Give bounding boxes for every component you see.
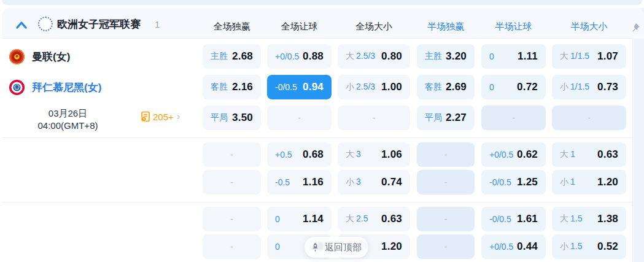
odds-cell[interactable]: -0/0.50.94: [267, 75, 332, 99]
odds-cell[interactable]: +0.50.68: [267, 142, 332, 167]
over-under-prefix: 小: [346, 82, 354, 91]
home-team-name: 曼联(女): [32, 50, 70, 64]
odds-line-label: 0: [489, 82, 494, 92]
odds-value: 0.88: [303, 50, 324, 63]
odds-cell[interactable]: 小2.5/31.00: [338, 75, 410, 99]
empty-odds-dash: -: [425, 214, 467, 224]
odds-line-label: 小3: [346, 177, 361, 188]
away-team-row[interactable]: 拜仁慕尼黑(女): [9, 75, 196, 99]
odds-cell[interactable]: 小1.50.52: [552, 234, 626, 259]
odds-value: 1.38: [597, 213, 618, 225]
odds-cell[interactable]: 小11.20: [552, 170, 626, 195]
over-under-prefix: 小: [560, 241, 568, 251]
back-to-top-label: 返回顶部: [325, 242, 362, 253]
odds-cell[interactable]: +0/0.50.62: [481, 142, 546, 167]
more-markets-link[interactable]: 205+ ›: [140, 111, 180, 122]
odds-value: 1.16: [303, 176, 324, 188]
odds-cell[interactable]: 大2.5/30.80: [338, 44, 410, 69]
odds-cell[interactable]: 平局2.27: [417, 106, 475, 130]
odds-value: 0.62: [517, 148, 538, 161]
odds-cell-empty: -: [267, 106, 332, 130]
odds-value: 1.14: [303, 213, 324, 225]
odds-cell-empty: -: [203, 207, 261, 231]
odds-cell[interactable]: 大31.06: [338, 142, 410, 167]
odds-cell[interactable]: 客胜2.69: [417, 75, 475, 99]
header-bottom-border: [2, 38, 632, 39]
odds-cell[interactable]: 小30.74: [338, 170, 410, 195]
odds-line-label: +0/0.5: [489, 150, 513, 160]
column-header-half-ou: 半场大小: [552, 21, 626, 33]
right-panel-strip: [634, 8, 644, 262]
odds-cell-empty: -: [338, 106, 410, 130]
back-to-top-button[interactable]: 返回顶部: [305, 237, 368, 258]
odds-cell-empty: -: [203, 142, 261, 167]
empty-odds-dash: -: [211, 150, 253, 160]
empty-odds-dash: -: [489, 113, 538, 123]
odds-cell[interactable]: 01.14: [267, 207, 332, 231]
odds-value: 0.63: [381, 213, 402, 225]
odds-cell-empty: -: [481, 106, 546, 130]
odds-cell[interactable]: 大2.50.63: [338, 207, 410, 231]
odds-value: 0.63: [597, 148, 618, 161]
odds-cell-empty: -: [417, 142, 475, 167]
odds-value: 1.25: [517, 176, 538, 188]
odds-value: 2.27: [446, 112, 467, 124]
odds-value: 1.00: [381, 81, 402, 93]
odds-cell[interactable]: -0/0.51.25: [481, 170, 546, 195]
odds-line-label: 0: [489, 52, 494, 61]
empty-odds-dash: -: [211, 214, 253, 224]
odds-cell[interactable]: -0/0.51.61: [481, 207, 546, 231]
odds-line-label: 客胜: [425, 82, 442, 93]
odds-line-label: 大3: [346, 149, 361, 160]
odds-cell[interactable]: 00.72: [481, 75, 546, 99]
kickoff-clock: 04:00(GMT+8): [17, 120, 118, 132]
previous-card-edge: [2, 0, 642, 5]
odds-cell[interactable]: -0.51.16: [267, 170, 332, 195]
odds-cell[interactable]: 01.11: [481, 44, 546, 69]
rocket-icon: [309, 242, 321, 253]
pin-icon[interactable]: [630, 22, 641, 33]
odds-cell[interactable]: +0/0.50.44: [481, 234, 546, 259]
odds-cell-empty: -: [417, 207, 475, 231]
odds-line-label: 平局: [211, 112, 228, 123]
odds-cell[interactable]: 大1.51.38: [552, 207, 626, 231]
odds-value: 0.80: [381, 50, 402, 63]
odds-cell[interactable]: 主胜2.68: [203, 44, 261, 69]
odds-cell[interactable]: 大10.63: [552, 142, 626, 167]
group-separator: [2, 202, 632, 202]
odds-line-label: 大1: [560, 149, 575, 160]
collapse-button[interactable]: [15, 20, 28, 30]
odds-value: 0.52: [597, 241, 618, 253]
right-column-divider: [632, 39, 633, 262]
odds-line-label: 小2.5/3: [346, 82, 375, 93]
odds-value: 1.06: [381, 148, 402, 161]
over-under-prefix: 大: [346, 51, 354, 61]
empty-odds-dash: -: [425, 177, 467, 187]
column-header-full-win: 全场独赢: [203, 21, 261, 33]
home-team-row[interactable]: 曼联(女): [9, 44, 196, 69]
man-utd-crest-icon: [9, 48, 25, 65]
odds-value: 3.50: [232, 112, 253, 124]
empty-odds-dash: -: [425, 242, 467, 252]
odds-cell[interactable]: +0/0.50.88: [267, 44, 332, 69]
odds-line-label: 客胜: [211, 82, 228, 93]
league-title: 欧洲女子冠军联赛: [57, 17, 141, 31]
over-under-prefix: 大: [560, 214, 568, 223]
over-under-prefix: 大: [346, 149, 354, 159]
odds-cell[interactable]: 主胜3.20: [417, 44, 475, 69]
odds-cell[interactable]: 客胜2.16: [203, 75, 261, 99]
odds-line-label: 0: [275, 242, 280, 252]
odds-cell[interactable]: 平局3.50: [203, 106, 261, 130]
odds-line-label: -0/0.5: [489, 214, 511, 224]
column-header-full-ou: 全场大小: [338, 21, 410, 33]
over-under-prefix: 大: [560, 149, 568, 159]
empty-odds-dash: -: [425, 150, 467, 160]
odds-line-label: -0.5: [275, 177, 290, 187]
odds-value: 0.94: [303, 81, 324, 93]
odds-line-label: 小1/1.5: [560, 82, 589, 93]
odds-cell-empty: -: [417, 234, 475, 259]
odds-cell[interactable]: 小1/1.50.73: [552, 75, 626, 99]
over-under-prefix: 大: [560, 51, 568, 61]
odds-cell[interactable]: 大1/1.51.07: [552, 44, 626, 69]
chevron-up-icon: [15, 20, 28, 30]
